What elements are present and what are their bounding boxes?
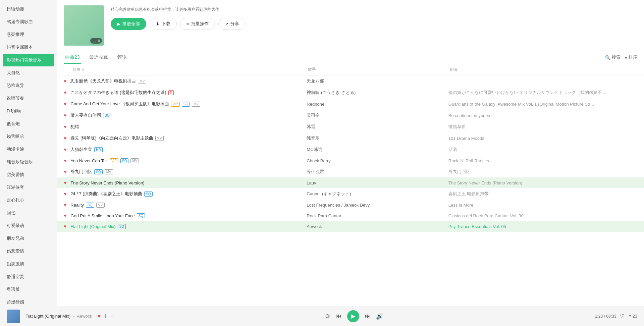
sort-tab-button[interactable]: ≡ 排序 xyxy=(625,54,637,60)
table-row[interactable]: ♥God Put A Smile Upon Your FaceSQRock Pa… xyxy=(57,210,644,221)
table-row[interactable]: ♥Come And Get Your Love 《银河护卫队》电影插曲VIPSQ… xyxy=(57,98,644,110)
row-album-10: The Story Never Ends (Piano Version) xyxy=(448,180,637,185)
row-heart-14[interactable]: ♥ xyxy=(64,224,66,229)
row-heart-5[interactable]: ♥ xyxy=(64,124,66,129)
row-heart-12[interactable]: ♥ xyxy=(64,202,66,208)
share-button[interactable]: ↗ 分享 xyxy=(218,18,246,30)
table-row[interactable]: ♥辞九门回忆SQMV等什么君辞九门回忆▶+⬇− xyxy=(57,166,644,177)
row-song-name-10: The Story Never Ends (Piano Version) xyxy=(70,180,144,185)
row-song-name-6: 遇见 (钢琴版)《向左走向右走》电影主题曲 xyxy=(70,135,153,141)
sidebar-item-anime[interactable]: 日语动漫 xyxy=(0,3,57,15)
row-heart-10[interactable]: ♥ xyxy=(64,180,66,185)
tab-comments[interactable]: 评论 xyxy=(116,51,128,64)
row-heart-8[interactable]: ♥ xyxy=(64,158,66,163)
row-album-13: Clasicos del Rock Para Cantar: Vol. 30 xyxy=(448,213,637,218)
row-song-name-3: Come And Get Your Love 《银河护卫队》电影插曲 xyxy=(70,101,169,107)
row-heart-9[interactable]: ♥ xyxy=(64,169,66,174)
row-album-6: 101 Drama Moods xyxy=(448,136,637,141)
next-button[interactable]: ⏭ xyxy=(365,313,371,320)
table-row[interactable]: ♥24 / 7 (演奏曲)《喜剧之王》电影插曲SQCagnet (キャグネット)… xyxy=(57,188,644,200)
row-heart-3[interactable]: ♥ xyxy=(64,101,66,107)
sidebar-item-walk-heart[interactable]: 走心扎心 xyxy=(0,194,57,207)
header-desc: 精心完善歌单信息有机会获得推荐，让更多用户看到你的大作 xyxy=(111,7,637,12)
prev-button[interactable]: ⏮ xyxy=(336,313,342,320)
download-button[interactable]: ⬇ 下载 xyxy=(150,18,177,30)
table-row[interactable]: ♥犯错韩雷情笛草原▶+⬇− xyxy=(57,121,644,132)
row-song-name-7: 人猫韩生宣 xyxy=(70,147,92,153)
table-row[interactable]: ♥做人要有自信啊SQ吴司令Be confident in yourself▶+⬇… xyxy=(57,110,644,121)
row-heart-7[interactable]: ♥ xyxy=(64,147,66,152)
play-pause-button[interactable]: ▶ xyxy=(347,310,359,322)
volume-button[interactable]: 🔊 xyxy=(376,313,383,320)
song-table: 歌曲 ⇅ 歌手 专辑 ♥思君黯然《天龙八部》电视剧插曲MV天龙八部▶+⬇−♥これ… xyxy=(57,64,644,232)
player-heart-icon[interactable]: ♥ xyxy=(98,313,101,319)
player-remove-icon[interactable]: − xyxy=(110,313,113,319)
search-tab-button[interactable]: 🔍 搜索 xyxy=(605,54,621,60)
sidebar-item-dj[interactable]: DJ混响 xyxy=(0,105,57,117)
sidebar-item-cantonese[interactable]: 粤语版 xyxy=(0,283,57,296)
sidebar-item-sad-love[interactable]: 伤悲爱情 xyxy=(0,245,57,258)
player-download-icon[interactable]: ⬇ xyxy=(103,313,108,319)
sidebar-item-say-rhythm[interactable]: 说唱节奏 xyxy=(0,92,57,105)
tabs-container: 歌曲23最近收藏评论 🔍 搜索 ≡ 排序 xyxy=(57,51,644,64)
sidebar-item-nature[interactable]: 大自然 xyxy=(0,66,57,79)
batch-button[interactable]: ≡ 批量操作 xyxy=(180,18,215,30)
sidebar-item-bass[interactable]: 低音炮 xyxy=(0,117,57,130)
sidebar-item-memory[interactable]: 回忆 xyxy=(0,207,57,219)
sidebar-item-super-sad[interactable]: 超燃律感 xyxy=(0,296,57,306)
col-header-song: 歌曲 ⇅ xyxy=(72,67,308,72)
player-title: Flat Light (Original Mix) - Aewock xyxy=(25,314,92,319)
table-row[interactable]: ♥Flat Light (Original Mix)SQAewockPsy-Tr… xyxy=(57,221,644,232)
player-thumbnail xyxy=(7,310,20,323)
row-heart-11[interactable]: ♥ xyxy=(64,191,66,197)
badge-sq: SQ xyxy=(103,113,111,118)
row-song-info-1: 思君黯然《天龙八部》电视剧插曲MV xyxy=(70,78,307,84)
row-album-7: 活着 xyxy=(448,147,637,153)
row-heart-4[interactable]: ♥ xyxy=(64,113,66,118)
table-row[interactable]: ♥思君黯然《天龙八部》电视剧插曲MV天龙八部▶+⬇− xyxy=(57,75,644,87)
row-heart-1[interactable]: ♥ xyxy=(64,78,66,84)
badge-sq: SQ xyxy=(118,224,126,229)
sidebar-item-horror[interactable]: 恐怖逸异 xyxy=(0,79,57,92)
row-song-info-6: 遇见 (钢琴版)《向左走向右走》电影主题曲MV xyxy=(70,135,307,141)
sidebar-item-friends[interactable]: 朋友兄弟 xyxy=(0,232,57,245)
sidebar-item-励志[interactable]: 励志激情 xyxy=(0,258,57,270)
playlist-count-icon[interactable]: ≡ 23 xyxy=(629,314,637,319)
row-heart-2[interactable]: ♥ xyxy=(64,90,66,95)
repeat-button[interactable]: ⟳ xyxy=(325,313,330,320)
table-row[interactable]: ♥人猫韩生宣HDMC韩词活着▶+⬇− xyxy=(57,144,644,155)
sidebar-item-rap[interactable]: 饶舌嘻哈 xyxy=(0,130,57,143)
sidebar-item-cute[interactable]: 可爱呆萌 xyxy=(0,219,57,232)
sidebar-item-cartoon[interactable]: 动漫卡通 xyxy=(0,143,57,156)
sidebar-item-wuxia[interactable]: 江湖侠客 xyxy=(0,181,57,194)
table-row[interactable]: ♥これがオタクの生きる道 (这是御宅族的生存之道)E神前暁 (こうさき さとる)… xyxy=(57,87,644,98)
row-heart-13[interactable]: ♥ xyxy=(64,213,66,218)
sidebar-item-driving[interactable]: 驾途专属歌曲 xyxy=(0,15,57,28)
sidebar-item-sweet-love[interactable]: 甜美爱情 xyxy=(0,168,57,181)
row-song-name-4: 做人要有自信啊 xyxy=(70,112,101,118)
table-row[interactable]: ♥You Never Can TellVIPSQMVChuck BerryRoc… xyxy=(57,155,644,166)
sidebar-item-relax[interactable]: 舒适空灵 xyxy=(0,270,57,283)
play-all-button[interactable]: ▶ 播放全部 xyxy=(111,18,146,30)
sidebar-item-light-music[interactable]: 纯音乐轻音乐 xyxy=(0,156,57,168)
row-heart-6[interactable]: ♥ xyxy=(64,135,66,141)
table-header: 歌曲 ⇅ 歌手 专辑 xyxy=(57,64,644,75)
sidebar-item-mystery[interactable]: 悬疑推理 xyxy=(0,28,57,41)
row-song-info-12: RealitySQMV xyxy=(70,203,307,208)
tab-recent[interactable]: 最近收藏 xyxy=(88,51,109,64)
table-row[interactable]: ♥RealitySQMVLost Frequencies / Janieck D… xyxy=(57,200,644,210)
badge-vip: VIP xyxy=(171,102,180,107)
row-song-info-8: You Never Can TellVIPSQMV xyxy=(70,158,307,163)
row-artist-12: Lost Frequencies / Janieck Devy xyxy=(307,203,448,208)
badge-mv: MV xyxy=(130,158,139,163)
row-album-12: Less Is More xyxy=(448,203,637,208)
lyrics-icon[interactable]: 词 xyxy=(620,313,625,319)
table-row[interactable]: ♥遇见 (钢琴版)《向左走向右走》电影主题曲MV纯音乐101 Drama Moo… xyxy=(57,132,644,144)
sidebar-item-tiktok[interactable]: 抖音专属版本 xyxy=(0,41,57,54)
player-bar: Flat Light (Original Mix) - Aewock ♥ ⬇ −… xyxy=(0,306,644,326)
sidebar-item-film-bgm[interactable]: 影视热门背景音乐 xyxy=(3,54,54,66)
row-artist-4: 吴司令 xyxy=(307,112,448,118)
tab-songs[interactable]: 歌曲23 xyxy=(64,51,81,64)
table-row[interactable]: ♥The Story Never Ends (Piano Version)Lau… xyxy=(57,177,644,188)
row-song-info-10: The Story Never Ends (Piano Version) xyxy=(70,180,307,185)
